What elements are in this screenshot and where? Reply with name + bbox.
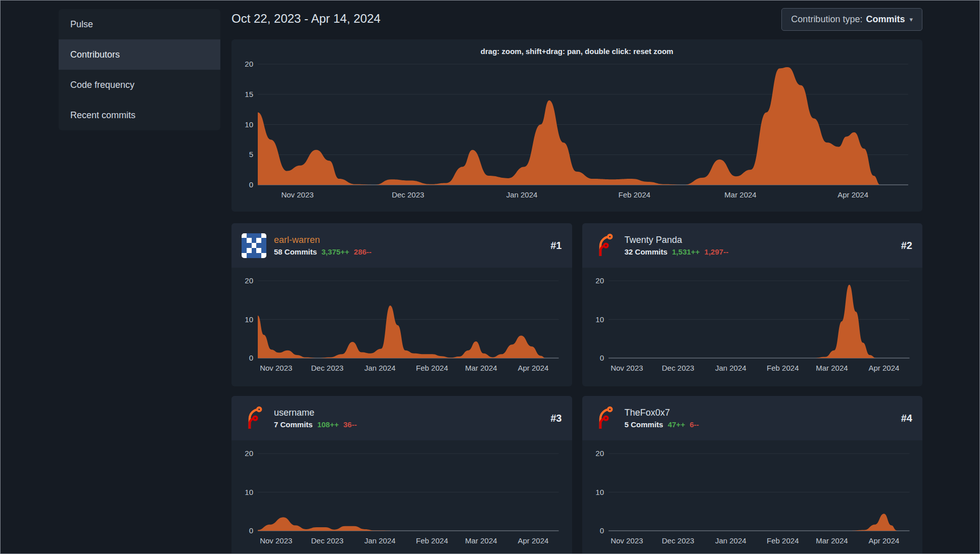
sidebar-item-label: Pulse bbox=[70, 19, 93, 29]
forgejo-logo-icon[interactable] bbox=[592, 233, 617, 258]
svg-text:20: 20 bbox=[595, 276, 604, 285]
contributor-info: username 7 Commits 108++ 36-- bbox=[274, 408, 357, 429]
contributor-card: earl-warren 58 Commits 3,375++ 286-- #1 … bbox=[231, 223, 572, 386]
svg-text:Jan 2024: Jan 2024 bbox=[715, 364, 746, 372]
rank-badge: #1 bbox=[550, 240, 562, 251]
contributor-card: TheFox0x7 5 Commits 47++ 6-- #4 01020Nov… bbox=[582, 396, 923, 554]
svg-text:Feb 2024: Feb 2024 bbox=[767, 536, 799, 545]
svg-text:10: 10 bbox=[595, 315, 604, 324]
deletions-count: 36-- bbox=[343, 420, 357, 429]
sidebar-item-label: Code frequency bbox=[70, 80, 134, 90]
contributor-name-link[interactable]: username bbox=[274, 408, 357, 418]
contributor-cards-grid: earl-warren 58 Commits 3,375++ 286-- #1 … bbox=[231, 223, 922, 554]
svg-text:0: 0 bbox=[249, 526, 253, 535]
page-header: Oct 22, 2023 - Apr 14, 2024 Contribution… bbox=[231, 1, 922, 39]
sidebar-item-label: Recent commits bbox=[70, 110, 135, 120]
sidebar-item-pulse[interactable]: Pulse bbox=[59, 9, 220, 39]
sidebar-item-label: Contributors bbox=[70, 49, 120, 60]
svg-text:Mar 2024: Mar 2024 bbox=[465, 536, 497, 545]
svg-text:0: 0 bbox=[249, 180, 253, 189]
forgejo-logo-icon[interactable] bbox=[242, 406, 266, 431]
svg-text:Dec 2023: Dec 2023 bbox=[311, 364, 343, 372]
svg-text:10: 10 bbox=[595, 488, 604, 496]
svg-text:Feb 2024: Feb 2024 bbox=[416, 364, 448, 372]
contributor-card-header: TheFox0x7 5 Commits 47++ 6-- #4 bbox=[582, 396, 923, 440]
contributor-stats: 32 Commits 1,531++ 1,297-- bbox=[625, 247, 729, 256]
svg-text:0: 0 bbox=[599, 526, 603, 535]
sidebar-menu: Pulse Contributors Code frequency Recent… bbox=[59, 9, 220, 130]
svg-text:Mar 2024: Mar 2024 bbox=[724, 190, 756, 199]
contributor-info: Twenty Panda 32 Commits 1,531++ 1,297-- bbox=[625, 235, 729, 256]
svg-text:20: 20 bbox=[245, 60, 253, 68]
svg-text:Dec 2023: Dec 2023 bbox=[662, 536, 694, 545]
overall-activity-card: drag: zoom, shift+drag: pan, double clic… bbox=[231, 39, 922, 212]
svg-text:Mar 2024: Mar 2024 bbox=[465, 364, 497, 372]
sidebar-item-code-frequency[interactable]: Code frequency bbox=[59, 70, 220, 100]
chevron-down-icon: ▾ bbox=[909, 16, 913, 23]
svg-text:20: 20 bbox=[245, 449, 253, 458]
contributor-card-header: username 7 Commits 108++ 36-- #3 bbox=[231, 396, 572, 440]
contributors-page: { "sidebar": { "items": [ {"label": "Pul… bbox=[0, 0, 980, 554]
svg-text:Jan 2024: Jan 2024 bbox=[364, 536, 396, 545]
contributor-stats: 7 Commits 108++ 36-- bbox=[274, 420, 357, 429]
svg-text:Dec 2023: Dec 2023 bbox=[311, 536, 343, 545]
rank-badge: #4 bbox=[901, 413, 912, 424]
svg-text:Jan 2024: Jan 2024 bbox=[364, 364, 396, 372]
sidebar-item-contributors[interactable]: Contributors bbox=[59, 39, 220, 70]
svg-text:Nov 2023: Nov 2023 bbox=[281, 190, 313, 199]
chart-zoom-hint: drag: zoom, shift+drag: pan, double clic… bbox=[231, 47, 922, 56]
contribution-type-value: Commits bbox=[866, 14, 905, 25]
commit-count: 7 Commits bbox=[274, 420, 313, 429]
svg-text:10: 10 bbox=[245, 488, 253, 496]
svg-text:Mar 2024: Mar 2024 bbox=[816, 536, 848, 545]
contributor-activity-chart[interactable]: 01020Nov 2023Dec 2023Jan 2024Feb 2024Mar… bbox=[582, 440, 923, 554]
contributor-name-link[interactable]: earl-warren bbox=[274, 235, 371, 245]
main-content: Oct 22, 2023 - Apr 14, 2024 Contribution… bbox=[231, 1, 922, 553]
commit-count: 5 Commits bbox=[625, 420, 664, 429]
contributor-name-link[interactable]: Twenty Panda bbox=[625, 235, 729, 245]
additions-count: 1,531++ bbox=[672, 247, 700, 256]
commit-count: 32 Commits bbox=[625, 247, 668, 256]
contributor-stats: 58 Commits 3,375++ 286-- bbox=[274, 247, 371, 256]
additions-count: 47++ bbox=[668, 420, 685, 429]
contributor-card-header: Twenty Panda 32 Commits 1,531++ 1,297-- … bbox=[582, 223, 923, 268]
contributor-avatar-identicon[interactable] bbox=[242, 233, 266, 258]
svg-text:20: 20 bbox=[595, 449, 604, 458]
svg-text:Feb 2024: Feb 2024 bbox=[619, 190, 650, 199]
contributor-activity-chart[interactable]: 01020Nov 2023Dec 2023Jan 2024Feb 2024Mar… bbox=[582, 268, 923, 386]
svg-text:15: 15 bbox=[245, 90, 253, 98]
deletions-count: 286-- bbox=[354, 247, 371, 256]
svg-text:Apr 2024: Apr 2024 bbox=[518, 364, 548, 372]
sidebar-item-recent-commits[interactable]: Recent commits bbox=[59, 100, 220, 130]
svg-text:Mar 2024: Mar 2024 bbox=[816, 364, 848, 372]
contributor-info: TheFox0x7 5 Commits 47++ 6-- bbox=[625, 408, 699, 429]
svg-text:5: 5 bbox=[249, 150, 253, 159]
contributor-activity-chart[interactable]: 01020Nov 2023Dec 2023Jan 2024Feb 2024Mar… bbox=[231, 268, 572, 386]
overall-activity-chart[interactable]: 05101520Nov 2023Dec 2023Jan 2024Feb 2024… bbox=[231, 39, 922, 212]
contributor-name-link[interactable]: TheFox0x7 bbox=[625, 408, 699, 418]
svg-text:Dec 2023: Dec 2023 bbox=[392, 190, 424, 199]
contributor-info: earl-warren 58 Commits 3,375++ 286-- bbox=[274, 235, 371, 256]
svg-text:Nov 2023: Nov 2023 bbox=[260, 536, 292, 545]
svg-text:Jan 2024: Jan 2024 bbox=[715, 536, 746, 545]
contribution-type-dropdown[interactable]: Contribution type: Commits ▾ bbox=[781, 8, 922, 31]
svg-text:Apr 2024: Apr 2024 bbox=[837, 190, 868, 199]
svg-text:Apr 2024: Apr 2024 bbox=[868, 364, 899, 372]
svg-text:10: 10 bbox=[245, 120, 253, 129]
contributor-card-header: earl-warren 58 Commits 3,375++ 286-- #1 bbox=[231, 223, 572, 268]
forgejo-logo-icon[interactable] bbox=[592, 406, 617, 431]
contributor-activity-chart[interactable]: 01020Nov 2023Dec 2023Jan 2024Feb 2024Mar… bbox=[231, 440, 572, 554]
contributor-stats: 5 Commits 47++ 6-- bbox=[625, 420, 699, 429]
svg-text:Dec 2023: Dec 2023 bbox=[662, 364, 694, 372]
svg-text:Apr 2024: Apr 2024 bbox=[518, 536, 548, 545]
svg-text:Feb 2024: Feb 2024 bbox=[416, 536, 448, 545]
contribution-type-label: Contribution type: bbox=[791, 14, 862, 25]
deletions-count: 6-- bbox=[689, 420, 698, 429]
additions-count: 108++ bbox=[317, 420, 339, 429]
svg-text:10: 10 bbox=[245, 315, 253, 324]
contributor-card: username 7 Commits 108++ 36-- #3 01020No… bbox=[231, 396, 572, 554]
svg-text:Nov 2023: Nov 2023 bbox=[260, 364, 292, 372]
date-range-title: Oct 22, 2023 - Apr 14, 2024 bbox=[231, 12, 381, 26]
svg-text:Apr 2024: Apr 2024 bbox=[868, 536, 899, 545]
additions-count: 3,375++ bbox=[321, 247, 349, 256]
